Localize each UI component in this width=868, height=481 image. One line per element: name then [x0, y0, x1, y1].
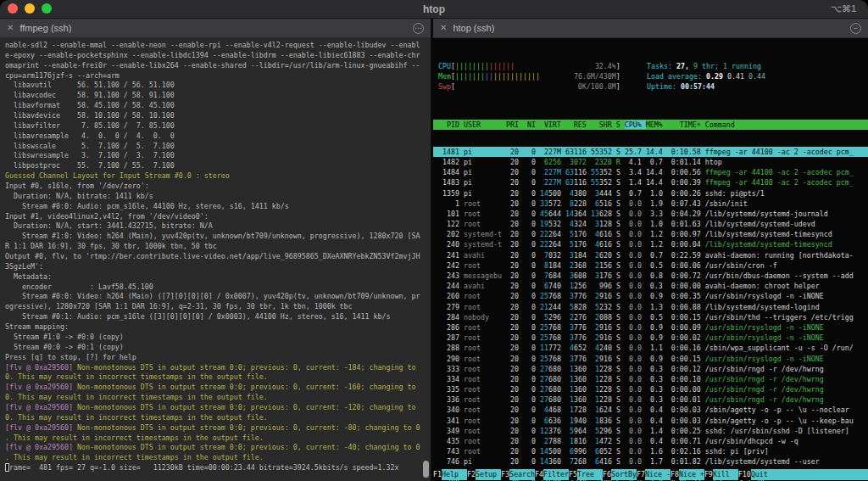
process-row[interactable]: 101 root 20 0 45644 14364 13628 S 0.0 3.…: [433, 209, 868, 219]
terminal-line: libswresample 3. 7.100 / 3. 7.100: [5, 151, 431, 161]
htop-meters: CPU[|||||||||||||| 32.4%]Mem[|||||||||||…: [438, 61, 647, 92]
terminal-line: Output #0, flv, to 'rtmp://ber.contribut…: [5, 252, 431, 262]
process-row[interactable]: 202 systemd-t 20 0 22264 5176 4616 S 0.0…: [433, 229, 868, 239]
terminal-line: [flv @ 0xa29560] Non-monotonous DTS in o…: [5, 423, 431, 433]
process-row[interactable]: 242 root 20 0 8184 2368 2156 S 0.0 0.5 0…: [433, 260, 868, 271]
terminal-line: Stream #1:0: Video: h264 (Main), yuv420p…: [5, 232, 431, 242]
terminal-line: [flv @ 0xa29560] Non-monotonous DTS in o…: [5, 383, 431, 393]
process-row[interactable]: 1482 pi 20 0 6256 3072 2320 R 4.1 0.7 0:…: [433, 157, 868, 167]
zoom-window-button[interactable]: [42, 3, 52, 14]
process-row[interactable]: 260 root 20 0 25768 3776 2916 S 0.0 0.9 …: [433, 291, 868, 301]
terminal-line: omaprint --enable-frei0r --enable-libx26…: [5, 61, 431, 71]
process-row[interactable]: 435 root 20 0 2788 1816 1472 S 0.0 0.4 0…: [433, 436, 868, 446]
terminal-line: libavformat 58. 45.100 / 58. 45.100: [5, 101, 431, 111]
process-row[interactable]: 335 root 20 0 27680 1360 1228 S 0.0 0.3 …: [433, 384, 868, 394]
terminal-line: encoder : Lavf58.45.100: [5, 282, 431, 293]
terminal-window: htop ⌥⌘1 ✕ ffmpeg (ssh) ⋯ nable-sdl2 --e…: [0, 0, 868, 481]
fkey-filter[interactable]: F4Filter: [535, 469, 569, 480]
terminal-line: libavresample 4. 0. 0 / 4. 0. 0: [5, 131, 431, 142]
process-row[interactable]: 334 root 20 0 27680 1360 1228 S 0.0 0.3 …: [433, 374, 868, 384]
process-row[interactable]: 336 root 20 0 27680 1360 1228 S 0.0 0.3 …: [433, 394, 868, 405]
terminal-line: Duration: N/A, bitrate: 1411 kb/s: [5, 192, 431, 202]
process-row[interactable]: 333 root 20 0 27680 1360 1228 S 0.0 0.3 …: [433, 364, 868, 374]
process-row[interactable]: 1484 pi 20 0 227M 63116 55352 S 3.4 14.4…: [433, 167, 868, 177]
traffic-lights: [8, 3, 52, 14]
terminal-line: libavfilter 7. 85.100 / 7. 85.100: [5, 121, 431, 131]
process-row[interactable]: 349 root 20 0 12376 5964 5296 S 0.0 1.4 …: [433, 426, 868, 436]
process-row[interactable]: 340 root 20 0 4468 1728 1624 S 0.0 0.4 0…: [433, 405, 868, 415]
pane-tab-title: ffmpeg (ssh): [19, 23, 71, 33]
fkey-kill[interactable]: F9Kill: [704, 469, 738, 480]
swp-meter: Swp[ 0K/100.0M]: [438, 81, 647, 92]
process-row[interactable]: 240 systemd-t 20 0 22264 5176 4616 S 0.0…: [433, 239, 868, 249]
process-row[interactable]: 288 root 20 0 11772 4652 4240 S 0.0 1.1 …: [433, 343, 868, 353]
process-row[interactable]: 122 root 20 0 19532 4324 3128 S 0.0 1.0 …: [433, 219, 868, 229]
pane-menu-icon[interactable]: −: [850, 23, 861, 34]
terminal-line: cpu=arm1176jzf-s --arch=arm: [5, 71, 431, 81]
terminal-line: Duration: N/A, start: 3441.432715, bitra…: [5, 221, 431, 232]
terminal-line: [flv @ 0xa29560] Non-monotonous DTS in o…: [5, 443, 431, 453]
terminal-line: . This may result in incorrect timestamp…: [5, 453, 431, 463]
process-row[interactable]: 290 root 20 0 25768 3776 2916 S 0.0 0.9 …: [433, 354, 868, 364]
terminal-line: ogressive), 1280x720 [SAR 1:1 DAR 16:9],…: [5, 302, 431, 312]
fkey-quit[interactable]: F10Quit: [738, 469, 868, 480]
stats-line: Uptime: 00:57:44: [647, 81, 765, 92]
process-row[interactable]: 746 pi 20 0 14360 7268 6416 S 0.0 1.7 0:…: [433, 456, 868, 467]
fkey-nice[interactable]: F7Nice -: [637, 469, 670, 480]
stats-line: Load average: 0.29 0.41 0.44: [647, 71, 765, 81]
pane-ffmpeg: ✕ ffmpeg (ssh) ⋯ nable-sdl2 --enable-mma…: [0, 19, 433, 481]
close-icon[interactable]: ✕: [440, 24, 447, 32]
terminal-line: Guessed Channel Layout for Input Stream …: [5, 171, 431, 182]
terminal-output-ffmpeg[interactable]: nable-sdl2 --enable-mmal --enable-neon -…: [0, 38, 431, 481]
process-row[interactable]: 743 root 20 0 14500 6996 6052 S 0.0 1.6 …: [433, 446, 868, 456]
function-key-bar: F1Help F2Setup F3SearchF4FilterF5Tree F6…: [433, 469, 868, 480]
process-row[interactable]: 1359 pi 20 0 14500 4380 3444 S 0.7 1.0 0…: [433, 188, 868, 199]
terminal-line: Input #1, video4linux2,v4l2, from '/dev/…: [5, 212, 431, 222]
process-row[interactable]: 241 avahi 20 0 7032 3184 2620 S 0.0 0.7 …: [433, 250, 868, 260]
terminal-output-htop[interactable]: CPU[|||||||||||||| 32.4%]Mem[|||||||||||…: [433, 38, 868, 481]
terminal-line: Stream #0:1: Audio: pcm_s16le ([3][0][0]…: [5, 312, 431, 322]
terminal-line: libswscale 5. 7.100 / 5. 7.100: [5, 142, 431, 152]
process-row[interactable]: 243 messagebu 20 0 7684 3608 3176 S 0.0 …: [433, 271, 868, 281]
terminal-line: 0. This may result in incorrect timestam…: [5, 393, 431, 403]
terminal-line: 3SgzLeM':: [5, 262, 431, 272]
process-row[interactable]: 244 avahi 20 0 6740 1256 996 S 0.0 0.3 0…: [433, 281, 868, 291]
terminal-line: 0. This may result in incorrect timestam…: [5, 413, 431, 423]
close-icon[interactable]: ✕: [7, 24, 14, 32]
pane-tab-ffmpeg[interactable]: ✕ ffmpeg (ssh) ⋯: [0, 19, 431, 38]
window-shortcut-badge: ⌥⌘1: [831, 3, 856, 14]
terminal-line: libavdevice 58. 10.100 / 58. 10.100: [5, 111, 431, 121]
terminal-line: libpostproc 55. 7.100 / 55. 7.100: [5, 161, 431, 171]
process-row[interactable]: 279 root 20 0 21244 5828 5232 S 0.0 1.3 …: [433, 302, 868, 312]
fkey-search[interactable]: F3Search: [501, 469, 535, 480]
process-row[interactable]: 287 root 20 0 25768 3776 2916 S 0.0 0.9 …: [433, 333, 868, 343]
fkey-setup[interactable]: F2Setup: [467, 469, 501, 480]
process-row[interactable]: 1481 pi 20 0 227M 63116 55352 S 25.7 14.…: [433, 147, 868, 157]
close-window-button[interactable]: [8, 3, 18, 14]
fkey-help[interactable]: F1Help: [433, 469, 467, 480]
terminal-line: Input #0, s16le, from '/dev/zero':: [5, 182, 431, 192]
pane-menu-icon[interactable]: ⋯: [413, 23, 424, 34]
process-row[interactable]: 1 root 20 0 33572 8228 6516 S 0.0 1.9 0:…: [433, 199, 868, 209]
terminal-line: nable-sdl2 --enable-mmal --enable-neon -…: [5, 41, 431, 51]
fkey-sortby[interactable]: F6SortBy: [603, 469, 637, 480]
process-table: 1481 pi 20 0 227M 63116 55352 S 25.7 14.…: [438, 147, 868, 481]
terminal-line: 0. This may result in incorrect timestam…: [5, 372, 431, 383]
pane-tab-htop[interactable]: ✕ htop (ssh) −: [433, 19, 868, 38]
terminal-line: Stream #1:0 -> #0:0 (copy): [5, 333, 431, 343]
terminal-line: . This may result in incorrect timestamp…: [5, 433, 431, 444]
process-row[interactable]: 341 root 20 0 6636 1940 1836 S 0.0 0.4 0…: [433, 416, 868, 426]
terminal-line: Stream #0:0: Audio: pcm_s16le, 44100 Hz,…: [5, 202, 431, 212]
fkey-nice[interactable]: F8Nice +: [670, 469, 704, 480]
window-titlebar: htop ⌥⌘1: [0, 0, 868, 19]
minimize-window-button[interactable]: [25, 3, 35, 14]
process-row[interactable]: 286 root 20 0 25768 3776 2916 S 0.0 0.9 …: [433, 322, 868, 333]
process-table-header[interactable]: PID USER PRI NI VIRT RES SHR S CPU% MEM%…: [433, 120, 868, 130]
fkey-tree[interactable]: F5Tree: [569, 469, 603, 480]
process-row[interactable]: 284 nobody 20 0 5296 2276 2088 S 0.0 0.5…: [433, 312, 868, 322]
terminal-line: R 1:1 DAR 16:9], 30 fps, 30 tbr, 1000k t…: [5, 242, 431, 252]
process-row[interactable]: 1483 pi 20 0 227M 63116 55352 S 1.4 14.4…: [433, 177, 868, 187]
scrollbar-thumb[interactable]: [423, 461, 429, 478]
terminal-line: libavutil 56. 51.100 / 56. 51.100: [5, 81, 431, 91]
window-title: htop: [423, 3, 445, 15]
